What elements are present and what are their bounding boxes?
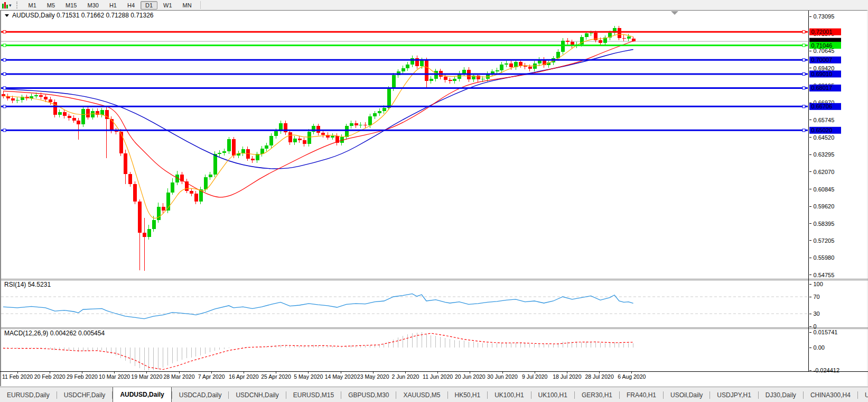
timeframe-button-m1[interactable]: M1 (24, 1, 41, 10)
chart-tab-usoil-h[interactable]: USOil,H (858, 387, 868, 402)
chart-tab-audusd-daily[interactable]: AUDUSD,Daily (113, 387, 171, 402)
chart-tab-hk50-h1[interactable]: HK50,H1 (448, 387, 488, 402)
chart-tab-xauusd-m5[interactable]: XAUUSD,M5 (396, 387, 447, 402)
chart-tab-uk100-h1[interactable]: UK100,H1 (488, 387, 530, 402)
timeframe-button-h4[interactable]: H4 (123, 1, 139, 10)
chart-tab-usdcad-daily[interactable]: USDCAD,Daily (172, 387, 229, 402)
chart-tab-eurusd-daily[interactable]: EURUSD,Daily (0, 387, 57, 402)
timeframe-button-m15[interactable]: M15 (61, 1, 81, 10)
chart-tab-usdchf-daily[interactable]: USDCHF,Daily (57, 387, 113, 402)
toolbar-grip[interactable] (16, 2, 20, 8)
chart-tab-usoil-daily[interactable]: USOil,Daily (664, 387, 710, 402)
mt4-window: ▾ M1M5M15M30H1H4D1W1MN 0.730950.718700.7… (0, 0, 868, 402)
chart-tab-bar: EURUSD,DailyUSDCHF,DailyAUDUSD,DailyUSDC… (0, 387, 868, 402)
chart-settings-icon[interactable] (2, 2, 8, 8)
timeframe-button-h1[interactable]: H1 (105, 1, 122, 10)
timeframe-button-m5[interactable]: M5 (42, 1, 60, 10)
chart-tab-ger30-h1[interactable]: GER30,H1 (575, 387, 619, 402)
chart-tab-usdcnh-daily[interactable]: USDCNH,Daily (229, 387, 285, 402)
timeframe-buttons: M1M5M15M30H1H4D1W1MN (23, 2, 197, 8)
chart-tab-gbpusd-m30[interactable]: GBPUSD,M30 (341, 387, 396, 402)
chart-tab-fra40-h1[interactable]: FRA40,H1 (620, 387, 663, 402)
timeframe-button-d1[interactable]: D1 (141, 1, 157, 10)
timeframe-button-m30[interactable]: M30 (83, 1, 104, 10)
chart-tab-usdjpy-h1[interactable]: USDJPY,H1 (710, 387, 758, 402)
timeframe-button-mn[interactable]: MN (178, 1, 197, 10)
chart-tab-eurusd-m15[interactable]: EURUSD,M15 (286, 387, 341, 402)
chart-window[interactable] (0, 10, 867, 386)
timeframe-toolbar: ▾ M1M5M15M30H1H4D1W1MN (0, 0, 868, 11)
chart-tab-china300-h4[interactable]: CHINA300,H4 (804, 387, 857, 402)
chart-tab-uk100-h1[interactable]: UK100,H1 (531, 387, 574, 402)
toolbar-separator (200, 1, 201, 9)
chevron-down-icon[interactable]: ▾ (9, 3, 12, 8)
chart-tab-dj30-daily[interactable]: DJ30,Daily (759, 387, 803, 402)
timeframe-button-w1[interactable]: W1 (158, 1, 177, 10)
